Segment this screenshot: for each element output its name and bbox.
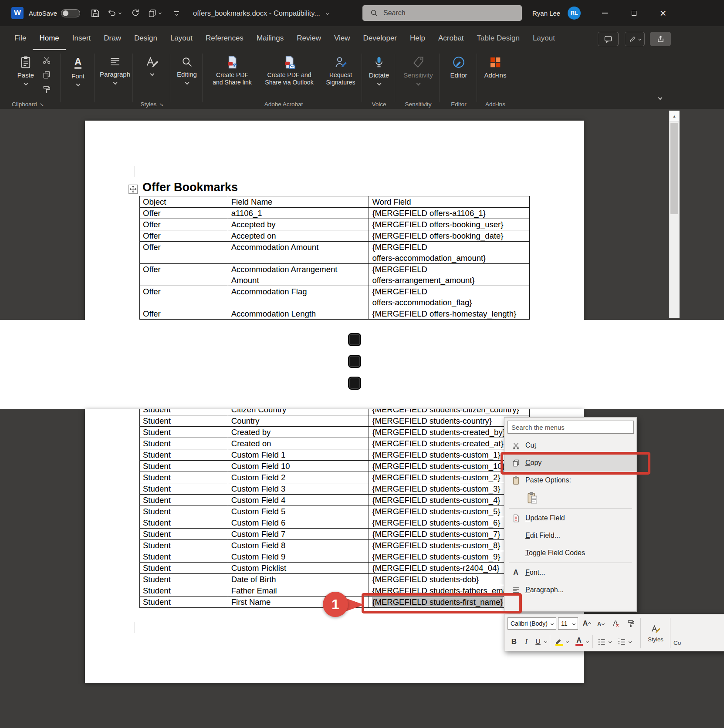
field-name-cell[interactable]: Custom Picklist	[228, 563, 369, 574]
field-name-cell[interactable]: Accommodation Amount	[228, 242, 369, 264]
clear-formatting-button[interactable]	[609, 617, 622, 630]
request-signatures-button[interactable]: Request Signatures	[321, 53, 361, 96]
autosave-toggle[interactable]	[61, 9, 80, 17]
object-cell[interactable]: Student	[140, 415, 228, 427]
scroll-up-arrow[interactable]	[670, 111, 679, 121]
column-header-word-field[interactable]: Word Field	[369, 196, 530, 208]
tab-developer[interactable]: Developer	[357, 26, 404, 50]
quick-access-copy-dropdown-icon[interactable]	[159, 11, 162, 14]
object-cell[interactable]: Student	[140, 506, 228, 517]
bold-button[interactable]	[508, 635, 520, 648]
object-cell[interactable]: Student	[140, 427, 228, 438]
tab-help[interactable]: Help	[403, 26, 432, 50]
object-cell[interactable]: Student	[140, 449, 228, 461]
menu-item-edit-field[interactable]: Edit Field...	[504, 527, 636, 544]
create-pdf-share-link-button[interactable]: Create PDF and Share link	[206, 53, 258, 96]
menu-item-toggle-field-codes[interactable]: Toggle Field Codes	[504, 544, 636, 562]
italic-button[interactable]	[521, 635, 531, 648]
clipped-button-label[interactable]: Co	[673, 640, 681, 646]
field-name-cell[interactable]: Custom Field 8	[228, 540, 369, 551]
object-cell[interactable]: Student	[140, 438, 228, 449]
minimize-button[interactable]	[592, 0, 617, 26]
tab-mailings[interactable]: Mailings	[250, 26, 290, 50]
editing-group-button[interactable]: Editing	[173, 53, 201, 96]
object-cell[interactable]: Offer	[140, 208, 228, 219]
numbering-button[interactable]	[615, 635, 628, 648]
table-move-handle[interactable]	[128, 184, 138, 194]
clipboard-dialog-launcher-icon[interactable]	[40, 101, 44, 108]
tab-draw[interactable]: Draw	[97, 26, 128, 50]
word-field-cell[interactable]: {MERGEFIELD offers-arrangement_amount}	[369, 264, 530, 286]
collapse-ribbon-icon[interactable]	[658, 96, 663, 100]
word-field-cell[interactable]: {MERGEFIELD offers-homestay_length}	[369, 308, 530, 320]
field-name-cell[interactable]: Country	[228, 415, 369, 427]
highlight-color-button[interactable]	[552, 635, 565, 648]
editing-mode-button[interactable]	[625, 32, 645, 46]
menu-item-update-field[interactable]: Update Field	[504, 509, 636, 527]
font-size-combo[interactable]: 11	[558, 617, 578, 630]
tab-references[interactable]: References	[199, 26, 250, 50]
field-name-cell[interactable]: Custom Field 9	[228, 551, 369, 563]
word-field-cell[interactable]: {MERGEFIELD offers-a1106_1}	[369, 208, 530, 219]
menu-item-font[interactable]: Font...	[504, 564, 636, 581]
tab-design[interactable]: Design	[128, 26, 164, 50]
word-field-cell[interactable]: {MERGEFIELD offers-accommodation_flag}	[369, 286, 530, 308]
field-name-cell[interactable]: Accommodation Flag	[228, 286, 369, 308]
underline-dropdown-icon[interactable]	[544, 640, 547, 643]
object-cell[interactable]: Offer	[140, 242, 228, 264]
editor-button[interactable]: Editor	[443, 53, 475, 96]
tab-layout[interactable]: Layout	[164, 26, 199, 50]
redo-button[interactable]	[129, 7, 142, 20]
tab-review[interactable]: Review	[290, 26, 328, 50]
share-button[interactable]	[650, 32, 671, 46]
tab-table-layout[interactable]: Layout	[526, 26, 562, 50]
object-cell[interactable]: Offer	[140, 308, 228, 320]
save-button[interactable]	[88, 7, 101, 20]
field-name-cell[interactable]: Custom Field 1	[228, 449, 369, 461]
dictate-button[interactable]: Dictate	[365, 53, 393, 96]
object-cell[interactable]: Student	[140, 461, 228, 472]
vertical-scrollbar[interactable]	[669, 111, 680, 318]
tab-file[interactable]: File	[8, 26, 33, 50]
document-heading[interactable]: Offer Bookmarks	[142, 181, 238, 194]
addins-button[interactable]: Add-ins	[479, 53, 511, 96]
font-color-dropdown-icon[interactable]	[586, 640, 589, 643]
field-name-cell[interactable]: Father Email	[228, 585, 369, 597]
object-cell[interactable]: Offer	[140, 219, 228, 230]
format-painter-button[interactable]	[624, 617, 638, 630]
avatar[interactable]: RL	[568, 7, 581, 20]
column-header-field-name[interactable]: Field Name	[228, 196, 369, 208]
field-name-cell[interactable]: Accepted by	[228, 219, 369, 230]
menu-item-paragraph[interactable]: Paragraph...	[504, 581, 636, 599]
underline-button[interactable]	[532, 635, 544, 648]
cut-button[interactable]	[40, 54, 53, 67]
word-field-cell[interactable]: {MERGEFIELD offers-booking_date}	[369, 230, 530, 242]
field-name-cell[interactable]: Citizen Country	[228, 409, 369, 415]
menu-search-input[interactable]	[507, 421, 634, 434]
object-cell[interactable]: Student	[140, 495, 228, 506]
comments-button[interactable]	[598, 32, 619, 46]
field-name-cell[interactable]: Accommodation Length	[228, 308, 369, 320]
document-title-dropdown-icon[interactable]	[326, 11, 329, 14]
bullets-button[interactable]	[595, 635, 608, 648]
styles-group-button[interactable]	[136, 53, 168, 96]
search-box[interactable]	[362, 5, 522, 21]
shrink-font-button[interactable]	[594, 617, 607, 630]
field-name-cell[interactable]: Accommodation Arrangement Amount	[228, 264, 369, 286]
tab-insert[interactable]: Insert	[66, 26, 98, 50]
field-name-cell[interactable]: Custom Field 6	[228, 517, 369, 529]
field-name-cell[interactable]: Date of Birth	[228, 574, 369, 585]
field-name-cell[interactable]: Created by	[228, 427, 369, 438]
grow-font-button[interactable]	[580, 617, 593, 630]
field-name-cell[interactable]: Custom Field 4	[228, 495, 369, 506]
bullets-dropdown-icon[interactable]	[609, 640, 612, 643]
paste-option-button[interactable]	[526, 492, 538, 505]
undo-button[interactable]	[105, 7, 118, 20]
object-cell[interactable]: Student	[140, 409, 228, 415]
copy-button[interactable]	[40, 68, 53, 81]
document-title[interactable]: offers_bookmarks.docx - Compatibility...	[193, 0, 328, 26]
paste-button[interactable]: Paste	[13, 53, 38, 96]
object-cell[interactable]: Student	[140, 574, 228, 585]
paragraph-group-button[interactable]: Paragraph	[98, 53, 132, 96]
scroll-thumb[interactable]	[670, 123, 678, 214]
